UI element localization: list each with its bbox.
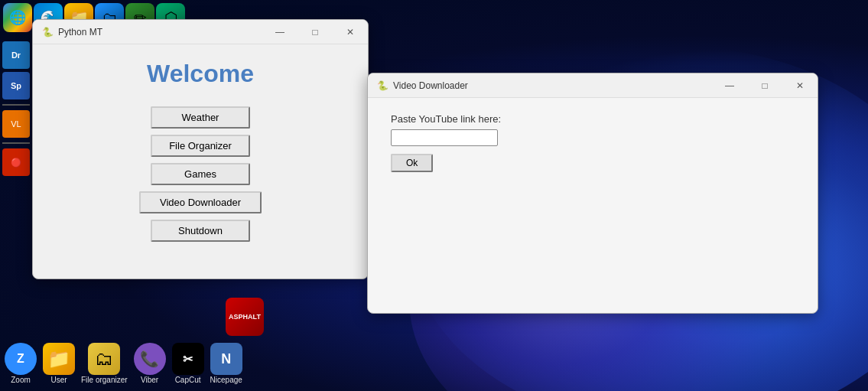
capcut-label: CapCut (175, 376, 201, 384)
vl-icon[interactable]: VL (2, 110, 30, 138)
video-window-controls: — □ ✕ (712, 73, 818, 98)
user-label: User (50, 376, 67, 384)
video-downloader-window: 🐍 Video Downloader — □ ✕ Paste YouTube l… (367, 73, 818, 314)
left-side-icons: Dr Sp VL 🔴 (0, 38, 32, 179)
python-window-body: Welcome Weather File Organizer Games Vid… (33, 44, 368, 279)
file-organizer-button[interactable]: File Organizer (151, 135, 250, 157)
taskbar-item-viber[interactable]: 📞 Viber (134, 343, 166, 384)
asphalt-label: ASPHALT (229, 313, 261, 321)
drive-icon[interactable]: Dr (2, 41, 30, 69)
zoom-icon: Z (5, 343, 37, 375)
taskbar-item-user[interactable]: 📁 User (43, 343, 75, 384)
video-title-icon: 🐍 (377, 80, 388, 91)
taskbar-item-zoom[interactable]: Z Zoom (5, 343, 37, 384)
video-close-button[interactable]: ✕ (782, 73, 818, 98)
divider-1 (2, 104, 30, 106)
taskbar-item-file-organizer[interactable]: 🗂 File organizer (81, 343, 128, 384)
ok-button[interactable]: Ok (391, 154, 433, 172)
viber-icon: 📞 (134, 343, 166, 375)
bottom-taskbar: Z Zoom 📁 User 🗂 File organizer 📞 Viber ✂… (0, 336, 868, 391)
file-organizer-icon: 🗂 (88, 343, 120, 375)
python-minimize-button[interactable]: — (262, 20, 297, 44)
welcome-text: Welcome (147, 60, 254, 88)
red-icon[interactable]: 🔴 (2, 148, 30, 176)
video-maximize-button[interactable]: □ (747, 73, 782, 98)
divider-2 (2, 142, 30, 144)
taskbar-item-nicepage[interactable]: N Nicepage (210, 343, 242, 384)
video-title-text: Video Downloader (393, 80, 468, 91)
file-organizer-label: File organizer (81, 376, 128, 384)
python-window-controls: — □ ✕ (262, 20, 368, 44)
capcut-icon: ✂ (172, 343, 204, 375)
shutdown-button[interactable]: Shutdown (151, 220, 250, 242)
zoom-label: Zoom (11, 376, 31, 384)
python-title-text: Python MT (58, 27, 102, 37)
video-minimize-button[interactable]: — (712, 73, 747, 98)
nicepage-label: Nicepage (210, 376, 242, 384)
asphalt-icon[interactable]: ASPHALT (226, 298, 264, 336)
viber-label: Viber (141, 376, 158, 384)
games-button[interactable]: Games (151, 163, 250, 185)
python-title-icon: 🐍 (42, 27, 54, 37)
video-window-titlebar: 🐍 Video Downloader — □ ✕ (368, 73, 818, 98)
chrome-icon[interactable]: 🌐 (3, 3, 32, 32)
sp-icon[interactable]: Sp (2, 72, 30, 99)
weather-button[interactable]: Weather (151, 106, 250, 129)
nicepage-icon: N (210, 343, 242, 375)
yt-link-input[interactable] (391, 129, 498, 146)
user-folder-icon: 📁 (43, 343, 75, 375)
video-downloader-button[interactable]: Video Downloader (139, 191, 262, 213)
python-window-title: 🐍 Python MT (42, 27, 102, 37)
yt-link-label: Paste YouTube link here: (391, 113, 795, 125)
python-close-button[interactable]: ✕ (333, 20, 368, 44)
taskbar-item-capcut[interactable]: ✂ CapCut (172, 343, 204, 384)
python-mt-window: 🐍 Python MT — □ ✕ Welcome Weather File O… (32, 19, 369, 279)
python-maximize-button[interactable]: □ (297, 20, 333, 44)
video-window-title: 🐍 Video Downloader (377, 80, 468, 91)
video-window-body: Paste YouTube link here: Ok (368, 98, 818, 187)
python-window-titlebar: 🐍 Python MT — □ ✕ (33, 20, 368, 44)
